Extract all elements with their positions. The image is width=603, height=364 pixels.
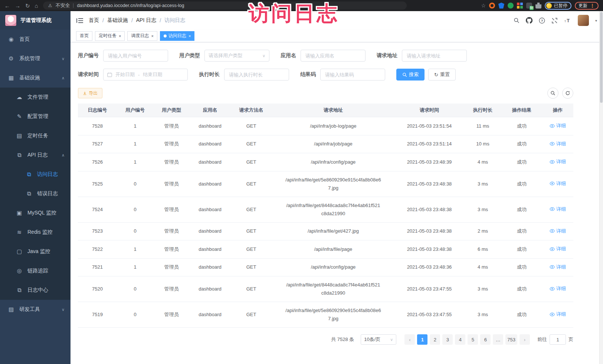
- browser-menu-icon[interactable]: ⋮: [590, 3, 595, 9]
- bookmark-star-icon[interactable]: ☆: [481, 3, 486, 9]
- detail-link[interactable]: 详细: [550, 158, 566, 166]
- green-check-extension-icon[interactable]: [508, 3, 514, 9]
- sidebar-item-基础设施[interactable]: ▦基础设施∧: [0, 68, 71, 88]
- detail-link[interactable]: 详细: [550, 205, 566, 213]
- sidebar-item-配置管理[interactable]: ✎配置管理: [0, 107, 71, 126]
- next-page-button[interactable]: ›: [520, 334, 530, 345]
- goto-page-input[interactable]: [550, 334, 566, 345]
- sidebar-item-首页[interactable]: ◉首页: [0, 30, 71, 49]
- sidebar-item-访问日志[interactable]: ⧉访问日志: [0, 165, 71, 184]
- profile-avatar-emoji: [546, 3, 552, 9]
- refresh-table-icon[interactable]: [562, 88, 573, 99]
- sidebar-item-文件管理[interactable]: ☁文件管理: [0, 88, 71, 107]
- sidebar-item-API 日志[interactable]: ⧉API 日志∧: [0, 145, 71, 165]
- close-icon[interactable]: ×: [189, 34, 191, 38]
- page-button-4[interactable]: 4: [455, 334, 465, 345]
- sidebar-item-Redis 监控[interactable]: ≋Redis 监控: [0, 223, 71, 242]
- profile-paused-badge[interactable]: 已暂停: [545, 2, 571, 10]
- table-cell-url: /api/infra/job/page: [272, 135, 394, 153]
- reload-icon[interactable]: ↻: [25, 3, 30, 9]
- avatar[interactable]: [578, 15, 589, 26]
- search-button[interactable]: 搜索: [396, 69, 425, 81]
- translate-extension-icon[interactable]: 翻: [526, 3, 532, 9]
- browser-update-button[interactable]: 更新 ⋮: [575, 2, 599, 10]
- tab-调度日志[interactable]: 调度日志×: [127, 31, 157, 41]
- page-button-1[interactable]: 1: [417, 334, 427, 345]
- sidebar-item-label: 文件管理: [27, 94, 48, 101]
- app-title: 芋道管理系统: [20, 17, 52, 24]
- page-button-2[interactable]: 2: [430, 334, 440, 345]
- breadcrumb-item[interactable]: 首页: [89, 17, 99, 24]
- detail-link[interactable]: 详细: [550, 227, 566, 235]
- export-button[interactable]: 导出: [78, 88, 102, 98]
- table-cell: 管理员: [153, 302, 190, 328]
- home-icon[interactable]: ⌂: [35, 3, 38, 9]
- breadcrumb-item[interactable]: API 日志: [136, 17, 156, 24]
- page-button-6[interactable]: 6: [480, 334, 491, 345]
- sidebar-item-链路追踪[interactable]: ◎链路追踪: [0, 261, 71, 281]
- user-id-input[interactable]: [103, 50, 168, 62]
- sidebar-item-系统管理[interactable]: ⚙系统管理∨: [0, 49, 71, 68]
- detail-label: 详细: [556, 310, 566, 318]
- toggle-search-icon[interactable]: [547, 88, 558, 99]
- sidebar-item-Java 监控[interactable]: ▢Java 监控: [0, 242, 71, 261]
- detail-link[interactable]: 详细: [550, 245, 566, 253]
- table-cell: 7520: [78, 276, 117, 302]
- page-button-3[interactable]: 3: [442, 334, 453, 345]
- date-end-placeholder: 结束日期: [143, 71, 162, 78]
- date-range-picker[interactable]: 开始日期 - 结束日期: [103, 69, 188, 81]
- breadcrumb-item[interactable]: 基础设施: [107, 17, 128, 24]
- page-button-753[interactable]: 753: [505, 334, 517, 345]
- puzzle-extension-icon[interactable]: [535, 3, 541, 9]
- font-size-icon[interactable]: TT: [564, 17, 571, 23]
- sidebar-item-日志中心[interactable]: ⧉日志中心: [0, 281, 71, 300]
- result-code-input[interactable]: [320, 69, 385, 81]
- help-icon[interactable]: ?: [539, 17, 545, 24]
- svg-text:?: ?: [541, 19, 543, 22]
- sidebar-item-错误日志[interactable]: ⧉错误日志: [0, 184, 71, 203]
- detail-link[interactable]: 详细: [550, 122, 566, 130]
- grid-extension-icon[interactable]: [517, 3, 523, 9]
- page-size-select[interactable]: 10条/页 ∨: [361, 334, 396, 345]
- page-button-5[interactable]: 5: [468, 334, 478, 345]
- table-row: 75281管理员dashboardGET/api/infra/job-log/p…: [78, 117, 573, 135]
- detail-link[interactable]: 详细: [550, 310, 566, 318]
- close-icon[interactable]: ×: [151, 34, 153, 38]
- sidebar-item-MySQL 监控[interactable]: ▣MySQL 监控: [0, 203, 71, 223]
- scrollbar-thumb[interactable]: [600, 12, 603, 103]
- orange-extension-icon[interactable]: [489, 3, 495, 9]
- detail-link[interactable]: 详细: [550, 140, 566, 148]
- prev-page-button[interactable]: ‹: [404, 334, 415, 345]
- table-cell: 7521: [78, 258, 117, 276]
- eye-icon: [550, 142, 555, 146]
- caret-down-icon[interactable]: ▾: [595, 19, 597, 23]
- filter-row-2: 请求时间 开始日期 - 结束日期 执行时长 结果码: [78, 69, 596, 81]
- address-bar[interactable]: ⚠ 不安全 dashboard.yudao.iocoder.cn/infra/l…: [43, 1, 407, 10]
- app-name-input[interactable]: [301, 50, 366, 62]
- app-logo[interactable]: 芋道管理系统: [0, 11, 71, 30]
- page-scrollbar[interactable]: [599, 11, 603, 364]
- reset-button[interactable]: ↻ 重置: [428, 69, 456, 81]
- detail-link[interactable]: 详细: [550, 180, 566, 188]
- tab-定时任务[interactable]: 定时任务×: [95, 31, 125, 41]
- table-cell: GET: [230, 117, 272, 135]
- detail-link[interactable]: 详细: [550, 263, 566, 271]
- table-cell: 7528: [78, 117, 117, 135]
- sidebar-item-研发工具[interactable]: ▨研发工具∨: [0, 300, 71, 319]
- sidebar-collapse-icon[interactable]: [76, 18, 83, 23]
- filter-app-name: 应用名: [281, 50, 366, 62]
- tab-首页[interactable]: 首页: [76, 31, 92, 41]
- sidebar-item-定时任务[interactable]: ▤定时任务: [0, 126, 71, 145]
- fullscreen-icon[interactable]: [551, 17, 558, 24]
- detail-link[interactable]: 详细: [550, 285, 566, 293]
- user-type-select[interactable]: 请选择用户类型 ∨: [204, 50, 269, 62]
- tab-访问日志[interactable]: 访问日志×: [160, 31, 194, 41]
- forward-icon[interactable]: →: [15, 3, 20, 9]
- duration-input[interactable]: [224, 69, 289, 81]
- search-icon[interactable]: [514, 17, 520, 23]
- github-icon[interactable]: [526, 17, 532, 24]
- shield-extension-icon[interactable]: [498, 3, 504, 9]
- back-icon[interactable]: ←: [4, 3, 10, 9]
- request-url-input[interactable]: [402, 50, 467, 62]
- close-icon[interactable]: ×: [119, 34, 121, 38]
